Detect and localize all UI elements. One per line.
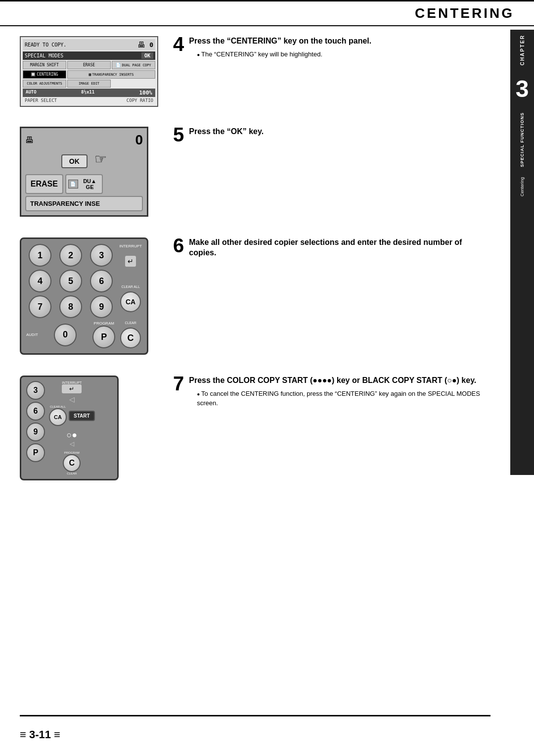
c-btn[interactable]: C	[120, 328, 141, 348]
step-6-text: 6 Make all other desired copier selectio…	[173, 237, 481, 265]
hand-cursor-icon: ☞	[94, 151, 107, 167]
step-4-title: Press the “CENTERING” key on the touch p…	[189, 36, 371, 47]
erase-tp-label: ERASE	[31, 180, 58, 189]
key-7[interactable]: 7	[29, 295, 51, 318]
copier-display: READY TO COPY. 🖶 0 SPECIAL MODES OK MARG…	[20, 36, 158, 107]
margin-shift-cell[interactable]: MARGIN SHIFT	[23, 61, 66, 69]
transparency-tp-btn[interactable]: TRANSPARENCY INSE	[25, 196, 143, 211]
kpc-clear-label: CLEAR	[63, 472, 81, 475]
step-5-text: 5 Press the “OK” key.	[173, 127, 481, 148]
step-4-number: 4	[173, 34, 184, 54]
step-7-title: Press the COLOR COPY START (●●●●) key or…	[189, 376, 481, 386]
footer-rule	[20, 715, 490, 716]
key-3[interactable]: 3	[90, 244, 113, 267]
step-7-number: 7	[173, 374, 184, 393]
centering-cell[interactable]: 🔲 CENTERING	[23, 70, 66, 79]
centering-icon: 🔲	[31, 72, 36, 77]
kpc-key-p[interactable]: P	[26, 443, 45, 462]
key-9[interactable]: 9	[90, 295, 113, 318]
keypad: 1 2 3 4 5 6 7 8 9 AUDIT	[20, 237, 148, 355]
kpc-arrow-down2: ◁	[66, 440, 77, 447]
dual-page-cell[interactable]: 📄 DUAL PAGE COPY	[112, 61, 155, 69]
kpc-key-3[interactable]: 3	[26, 381, 45, 400]
dual-page-icon: 📄	[116, 63, 121, 67]
step-4-text: 4 Press the “CENTERING” key on the touch…	[173, 36, 481, 63]
step-7-image: 3 6 9 P INTERRUPT ↵ ◁	[20, 376, 158, 486]
interrupt-btn[interactable]: ↵	[125, 256, 136, 267]
ready-text: READY TO COPY.	[25, 42, 137, 47]
step-7-bullet: To cancel the CENTERING function, press …	[197, 389, 481, 408]
key-4[interactable]: 4	[29, 270, 51, 292]
step-7-container: 3 6 9 P INTERRUPT ↵ ◁	[20, 376, 481, 486]
auto-label: AUTO	[26, 90, 37, 96]
chapter-number: 3	[516, 75, 529, 102]
kpc-interrupt-btn[interactable]: ↵	[62, 384, 82, 393]
step-5-number: 5	[173, 125, 184, 144]
touch-panel: 🖶 0 OK ☞ ERASE 📄 DU▲ GE	[20, 127, 148, 217]
kpc-program-label: PROGRAM	[63, 451, 81, 454]
kpc-clear-all-label: CLEAR ALL	[49, 405, 67, 408]
right-sidebar: CHAPTER 3 SPECIAL FUNCTIONS Centering	[510, 30, 534, 475]
dual-page-tp-btn[interactable]: 📄 DU▲ GE	[65, 174, 103, 194]
dual-label: DU▲ GE	[80, 178, 100, 190]
step-6-title: Make all other desired copier selections…	[189, 237, 481, 258]
chapter-label: CHAPTER	[520, 35, 525, 65]
counter-display: 0	[149, 41, 153, 48]
page-number: ≡ 3-11 ≡	[20, 728, 60, 741]
transparency-cell[interactable]: ▦ TRANSPARENCY INSERTS	[67, 70, 155, 79]
key-0[interactable]: 0	[54, 324, 77, 346]
step-4-bullet: The “CENTERING” key will be highlighted.	[197, 49, 371, 59]
step-5-title: Press the “OK” key.	[189, 127, 264, 137]
copy-ratio-label: COPY RATIO	[127, 98, 153, 103]
erase-cell[interactable]: ERASE	[67, 61, 111, 69]
page-header: CENTERING	[0, 0, 534, 26]
kpc-dot-icon: ○●	[66, 430, 77, 440]
ca-btn[interactable]: CA	[120, 291, 141, 312]
transparency-icon: ▦	[89, 72, 91, 77]
step-6-image: 1 2 3 4 5 6 7 8 9 AUDIT	[20, 237, 158, 361]
page-title: CENTERING	[20, 5, 514, 21]
erase-tp-btn[interactable]: ERASE	[25, 174, 63, 194]
keypad-compact: 3 6 9 P INTERRUPT ↵ ◁	[20, 376, 119, 480]
key-6[interactable]: 6	[90, 270, 113, 292]
kpc-ca-btn[interactable]: CA	[49, 408, 67, 426]
step-5-image: 🖶 0 OK ☞ ERASE 📄 DU▲ GE	[20, 127, 158, 223]
key-8[interactable]: 8	[59, 295, 82, 318]
interrupt-label: INTERRUPT	[119, 244, 142, 248]
ratio-display: 100%	[139, 90, 153, 96]
audit-label: AUDIT	[26, 332, 38, 337]
kpc-arrow-up: ◁	[69, 395, 75, 403]
clear-all-label: CLEAR ALL	[121, 285, 139, 288]
clear-label: CLEAR	[125, 321, 136, 325]
step-6-container: 1 2 3 4 5 6 7 8 9 AUDIT	[20, 237, 481, 361]
color-adj-cell[interactable]: COLOR ADJUSTMENTS	[23, 80, 66, 88]
key-1[interactable]: 1	[29, 244, 51, 267]
step-7-text: 7 Press the COLOR COPY START (●●●●) key …	[173, 376, 481, 412]
step-5-container: 🖶 0 OK ☞ ERASE 📄 DU▲ GE	[20, 127, 481, 223]
tp-counter: 0	[135, 132, 143, 148]
special-functions-label: SPECIAL FUNCTIONS	[520, 112, 525, 167]
kpc-key-9[interactable]: 9	[26, 423, 45, 441]
key-2[interactable]: 2	[59, 244, 82, 267]
special-modes-label: SPECIAL MODES	[25, 53, 63, 58]
step-4-container: READY TO COPY. 🖶 0 SPECIAL MODES OK MARG…	[20, 36, 481, 112]
centering-sidebar-label: Centering	[520, 177, 525, 196]
program-label: PROGRAM	[92, 321, 115, 326]
key-p[interactable]: P	[92, 326, 115, 348]
kpc-key-6[interactable]: 6	[26, 402, 45, 421]
step-4-image: READY TO COPY. 🖶 0 SPECIAL MODES OK MARG…	[20, 36, 158, 112]
ok-touchpanel-btn[interactable]: OK	[61, 154, 88, 168]
doc-icon-tp: 📄	[68, 180, 78, 189]
key-5[interactable]: 5	[59, 270, 82, 292]
image-edit-cell[interactable]: IMAGE EDIT	[67, 80, 111, 88]
kpc-interrupt-label: INTERRUPT	[62, 381, 82, 384]
page-footer: ≡ 3-11 ≡	[20, 723, 490, 741]
ok-button-display[interactable]: OK	[141, 52, 153, 59]
kpc-c-btn[interactable]: C	[63, 454, 81, 472]
step-6-number: 6	[173, 236, 184, 255]
transparency-tp-label: TRANSPARENCY INSE	[30, 200, 100, 207]
paper-size: 8½x11	[81, 90, 94, 96]
kpc-start-btn[interactable]: START	[69, 411, 95, 421]
tp-printer-icon: 🖶	[25, 135, 34, 145]
paper-select-label: PAPER SELECT	[25, 98, 57, 103]
